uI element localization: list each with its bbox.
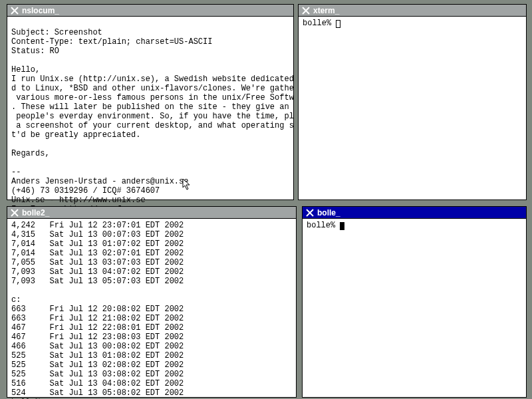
mail-sig-line: Unix.se - http://www.unix.se bbox=[11, 196, 146, 205]
x-logo-icon bbox=[10, 208, 19, 217]
mail-body-line: t'd be greatly appreciated. bbox=[11, 130, 140, 140]
cursor-icon bbox=[336, 20, 340, 28]
shell-prompt: bolle% bbox=[303, 19, 336, 28]
mail-status: Status: RO bbox=[11, 47, 59, 56]
mail-body-line: people's everday environment. So, if you… bbox=[11, 112, 293, 121]
mail-sig-line: (+46) 73 0319296 / ICQ# 3674607 bbox=[11, 186, 160, 196]
mail-subject: Subject: Screenshot bbox=[11, 28, 102, 37]
mail-greeting: Hello, bbox=[11, 65, 40, 74]
titlebar-xterm[interactable]: xterm_ bbox=[299, 5, 526, 17]
mail-body-line: I run Unix.se (http://unix.se), a Swedis… bbox=[11, 74, 293, 84]
terminal-nslocum[interactable]: Subject: Screenshot Content-Type: text/p… bbox=[7, 17, 293, 225]
terminal-bolle[interactable]: bolle% bbox=[303, 219, 526, 232]
title-text: xterm_ bbox=[313, 6, 339, 15]
title-text: bolle_ bbox=[317, 208, 340, 217]
window-nslocum[interactable]: nslocum_ Subject: Screenshot Content-Typ… bbox=[7, 4, 294, 200]
mail-content-type: Content-Type: text/plain; charset=US-ASC… bbox=[11, 37, 212, 47]
mail-body-line: various more-or-less famous persons in t… bbox=[11, 93, 293, 102]
mail-body-line: . These will later be published on the s… bbox=[11, 102, 293, 112]
mail-regards: Regards, bbox=[11, 149, 50, 158]
terminal-bolle2[interactable]: 4,242 Fri Jul 12 23:07:01 EDT 2002 4,315… bbox=[7, 219, 296, 399]
title-text: bolle2_ bbox=[22, 208, 49, 217]
shell-prompt: bolle% bbox=[307, 221, 340, 230]
x-logo-icon bbox=[10, 6, 19, 15]
window-bolle2[interactable]: bolle2_ 4,242 Fri Jul 12 23:07:01 EDT 20… bbox=[7, 206, 297, 398]
title-text: nslocum_ bbox=[22, 6, 59, 15]
mail-body-line: a screenshot of your current desktop, an… bbox=[11, 121, 293, 130]
mail-body-line: d to Linux, *BSD and other unix-flavors/… bbox=[11, 84, 293, 93]
x-logo-icon bbox=[305, 208, 315, 217]
titlebar-bolle2[interactable]: bolle2_ bbox=[7, 207, 296, 219]
mail-sig-dash: -- bbox=[11, 168, 21, 177]
terminal-xterm[interactable]: bolle% bbox=[299, 17, 526, 30]
titlebar-bolle[interactable]: bolle_ bbox=[303, 207, 526, 219]
window-xterm[interactable]: xterm_ bolle% bbox=[298, 4, 527, 200]
cursor-icon bbox=[340, 222, 344, 230]
titlebar-nslocum[interactable]: nslocum_ bbox=[7, 5, 293, 17]
window-bolle[interactable]: bolle_ bolle% bbox=[302, 206, 527, 398]
mail-sig-line: Anders Jensen-Urstad - anders@unix.se bbox=[11, 177, 188, 186]
x-logo-icon bbox=[301, 6, 311, 15]
